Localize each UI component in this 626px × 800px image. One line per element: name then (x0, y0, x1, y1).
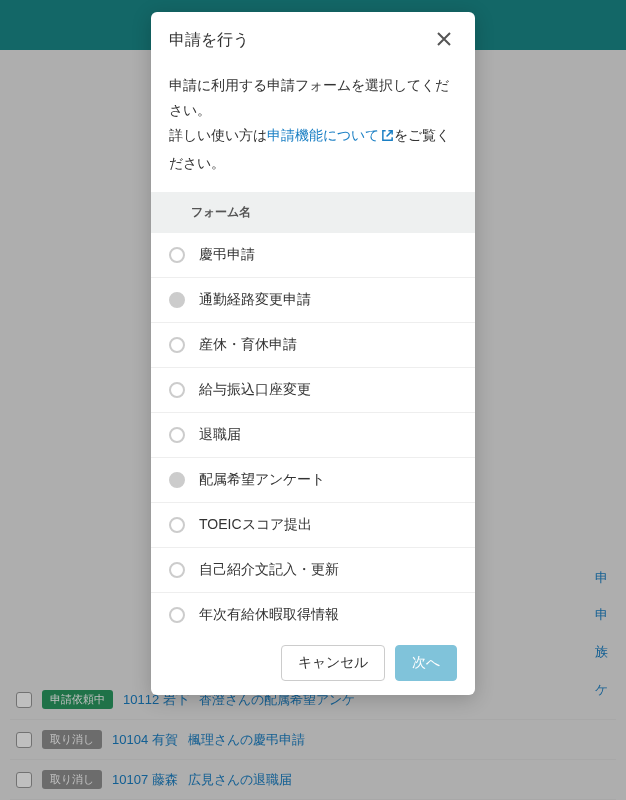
form-item-label: 年次有給休暇取得情報 (199, 606, 339, 624)
next-button[interactable]: 次へ (395, 645, 457, 681)
form-item-label: 配属希望アンケート (199, 471, 325, 489)
radio-icon (169, 427, 185, 443)
close-button[interactable] (431, 26, 457, 55)
radio-icon (169, 382, 185, 398)
modal-footer: キャンセル 次へ (151, 631, 475, 695)
form-list[interactable]: 慶弔申請通勤経路変更申請産休・育休申請給与振込口座変更退職届配属希望アンケートT… (151, 233, 475, 631)
form-item[interactable]: 年次有給休暇取得情報 (151, 593, 475, 631)
cancel-button[interactable]: キャンセル (281, 645, 385, 681)
desc-text-1: 申請に利用する申請フォームを選択してください。 (169, 77, 449, 118)
modal-header: 申請を行う (151, 12, 475, 69)
form-item-label: TOEICスコア提出 (199, 516, 312, 534)
form-item[interactable]: TOEICスコア提出 (151, 503, 475, 548)
form-item[interactable]: 自己紹介文記入・更新 (151, 548, 475, 593)
radio-icon (169, 247, 185, 263)
external-link-icon (381, 125, 394, 150)
help-link-text: 申請機能について (267, 127, 379, 143)
modal-title: 申請を行う (169, 30, 249, 51)
close-icon (435, 30, 453, 48)
form-item[interactable]: 通勤経路変更申請 (151, 278, 475, 323)
list-header: フォーム名 (151, 192, 475, 233)
form-item[interactable]: 給与振込口座変更 (151, 368, 475, 413)
radio-icon (169, 292, 185, 308)
form-item[interactable]: 慶弔申請 (151, 233, 475, 278)
form-item-label: 自己紹介文記入・更新 (199, 561, 339, 579)
application-form-modal: 申請を行う 申請に利用する申請フォームを選択してください。 詳しい使い方は申請機… (151, 12, 475, 695)
radio-icon (169, 472, 185, 488)
desc-text-2: 詳しい使い方は (169, 127, 267, 143)
form-item-label: 通勤経路変更申請 (199, 291, 311, 309)
radio-icon (169, 337, 185, 353)
help-link[interactable]: 申請機能について (267, 127, 394, 143)
form-item-label: 産休・育休申請 (199, 336, 297, 354)
radio-icon (169, 607, 185, 623)
form-item[interactable]: 産休・育休申請 (151, 323, 475, 368)
radio-icon (169, 562, 185, 578)
modal-description: 申請に利用する申請フォームを選択してください。 詳しい使い方は申請機能についてを… (151, 69, 475, 192)
form-item-label: 退職届 (199, 426, 241, 444)
form-item-label: 給与振込口座変更 (199, 381, 311, 399)
form-item-label: 慶弔申請 (199, 246, 255, 264)
form-item[interactable]: 配属希望アンケート (151, 458, 475, 503)
radio-icon (169, 517, 185, 533)
form-item[interactable]: 退職届 (151, 413, 475, 458)
